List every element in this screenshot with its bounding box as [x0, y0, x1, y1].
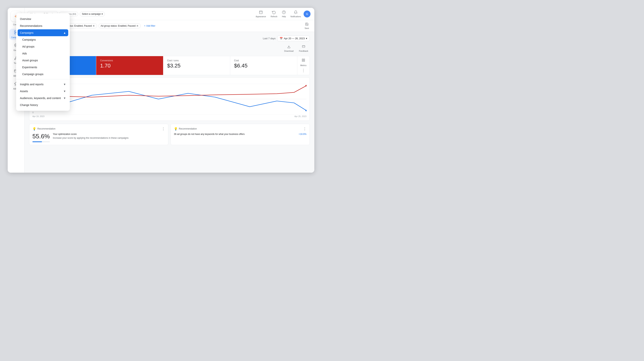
svg-rect-10: [302, 59, 303, 60]
refresh-label: Refresh: [271, 16, 277, 18]
flyout-sub-assetgroups[interactable]: Asset groups: [16, 57, 70, 64]
save-icon: [305, 22, 308, 27]
rec-2-bulb-icon: 💡: [174, 127, 178, 131]
help-button[interactable]: Help: [280, 9, 288, 19]
flyout-campaigns[interactable]: Campaigns ▲: [18, 29, 68, 36]
campaigns-chevron-icon: ▲: [63, 31, 66, 34]
notifications-label: Notifications: [290, 16, 301, 18]
insights-chevron-icon: ▼: [63, 83, 66, 86]
download-label: Download: [284, 50, 294, 52]
flyout-sub-adgroups[interactable]: Ad groups: [16, 43, 70, 50]
conversions-value: 1.70: [100, 63, 159, 69]
svg-rect-9: [302, 46, 305, 48]
metric-conversions[interactable]: Conversions 1.70: [96, 56, 163, 75]
save-button[interactable]: Save: [303, 22, 310, 30]
flyout-menu: Overview Recommendations Campaigns ▲ Cam…: [16, 13, 70, 111]
campaign-status-close-icon[interactable]: ✕: [92, 24, 95, 28]
date-range-value: Apr 20 — 26, 2023: [284, 37, 305, 40]
date-picker[interactable]: 📅 Apr 20 — 26, 2023 ▾: [277, 36, 310, 41]
header-right: Appearance Refresh: [254, 9, 310, 19]
calendar-icon: 📅: [280, 37, 283, 40]
rec-1-score-row: 55.6% Your optimization score Increase y…: [32, 133, 165, 142]
assets-chevron-icon: ▼: [63, 90, 66, 93]
notifications-button[interactable]: Notifications: [289, 9, 303, 19]
feedback-icon: [302, 45, 305, 50]
appearance-label: Appearance: [256, 16, 266, 18]
adgroup-status-label: Ad group status: Enabled, Paused: [100, 24, 136, 27]
feedback-button[interactable]: Feedback: [298, 44, 310, 53]
appearance-button[interactable]: Appearance: [254, 9, 268, 19]
rec-1-score: 55.6%: [32, 133, 50, 142]
cost-label: Cost: [234, 59, 293, 62]
flyout-sub-experiments[interactable]: Experiments: [16, 64, 70, 71]
metric-cost[interactable]: Cost $6.45: [230, 56, 297, 75]
svg-rect-13: [304, 60, 304, 62]
metric-cost-per-conv[interactable]: Cost / conv. $3.25: [163, 56, 230, 75]
adgroup-status-close-icon[interactable]: ✕: [136, 24, 138, 28]
rec-1-description: Increase your score by applying the reco…: [53, 136, 128, 140]
chart-svg: [35, 84, 306, 114]
svg-rect-11: [304, 59, 304, 60]
rec-1-type-label: Recommendation: [38, 128, 56, 130]
date-picker-chevron-icon: ▾: [306, 37, 307, 40]
flyout-sub-campaigngroups[interactable]: Campaign groups: [16, 71, 70, 78]
rec-1-more-icon[interactable]: ⋮: [162, 127, 165, 131]
chart-x-start: Apr 19, 2023: [32, 115, 44, 118]
action-bar: + New campaign Download: [29, 44, 310, 53]
flyout-sub-campaigns[interactable]: Campaigns: [16, 36, 70, 43]
metrics-grid-icon[interactable]: [302, 58, 305, 63]
cost-per-conv-label: Cost / conv.: [167, 59, 226, 62]
flyout-sub-ads[interactable]: Ads: [16, 50, 70, 57]
date-range: Last 7 days 📅 Apr 20 — 26, 2023 ▾: [263, 36, 310, 41]
flyout-assets[interactable]: Assets ▼: [16, 88, 70, 95]
rec-2-more-icon[interactable]: ⋮: [303, 127, 306, 131]
cost-value: $6.45: [234, 63, 293, 69]
flyout-audiences[interactable]: Audiences, keywords, and content ▼: [16, 95, 70, 102]
chart-x-end: Apr 25, 2023: [294, 115, 306, 118]
flyout-recommendations[interactable]: Recommendations: [16, 22, 70, 29]
rec-1-bulb-icon: 💡: [32, 127, 36, 131]
rec-2-header: 💡 Recommendation ⋮: [174, 127, 306, 131]
metrics-more-icon[interactable]: ⋮: [302, 68, 305, 72]
action-right: Download Feedback: [283, 44, 310, 53]
feedback-label: Feedback: [299, 50, 308, 52]
recommendations-section: 💡 Recommendation ⋮ 55.6%: [29, 124, 310, 145]
flyout-changehistory[interactable]: Change history: [16, 102, 70, 108]
chart-y-axis-labels: 2: [32, 81, 306, 83]
chart-container: 2 2 1 0: [29, 78, 310, 121]
add-filter-plus-icon: +: [144, 24, 146, 27]
refresh-button[interactable]: Refresh: [269, 9, 279, 19]
rec-2-text: 36 ad groups do not have any keywords fo…: [174, 133, 244, 136]
rec-2-title-row: 💡 Recommendation: [174, 127, 197, 131]
audiences-chevron-icon: ▼: [63, 96, 66, 100]
svg-point-7: [284, 13, 284, 13]
add-filter-label: Add filter: [146, 24, 155, 27]
help-label: Help: [282, 16, 286, 18]
adgroup-status-chip[interactable]: Ad group status: Enabled, Paused ✕: [98, 24, 141, 28]
rec-1-progress-bar: [32, 142, 50, 142]
flyout-overview[interactable]: Overview: [16, 16, 70, 22]
flyout-insights[interactable]: Insights and reports ▼: [16, 81, 70, 88]
rec-1-title-row: 💡 Recommendation: [32, 127, 56, 131]
metrics-label: Metrics: [300, 64, 306, 66]
chart-body: 2 1 0: [32, 84, 306, 114]
rec-1-text: Your optimization score Increase your sc…: [53, 133, 128, 140]
chart-inner: 2 2 1 0: [32, 81, 306, 114]
rec-2-body: 36 ad groups do not have any keywords fo…: [174, 133, 306, 136]
refresh-icon: [272, 10, 276, 15]
select-campaign-dropdown[interactable]: Select a campaign ▾: [80, 12, 105, 16]
rec-2-type-label: Recommendation: [179, 128, 197, 130]
appearance-icon: [259, 10, 263, 15]
metrics-controls: Metrics ⋮: [297, 56, 310, 75]
save-label: Save: [304, 27, 309, 29]
download-button[interactable]: Download: [283, 44, 295, 53]
overview-header: Overview Last 7 days 📅 Apr 20 — 26, 2023…: [29, 36, 310, 41]
user-avatar[interactable]: G: [304, 10, 310, 18]
add-filter-button[interactable]: + Add filter: [142, 24, 157, 28]
select-campaign-chevron-icon: ▾: [102, 13, 103, 15]
rec-2-boost: +18.6%: [298, 133, 306, 136]
select-campaign-label: Select a campaign: [82, 13, 101, 15]
rec-1-progress-fill: [32, 142, 42, 142]
date-range-label: Last 7 days: [263, 37, 276, 40]
chart-x-labels: Apr 19, 2023 Apr 25, 2023: [32, 115, 306, 118]
